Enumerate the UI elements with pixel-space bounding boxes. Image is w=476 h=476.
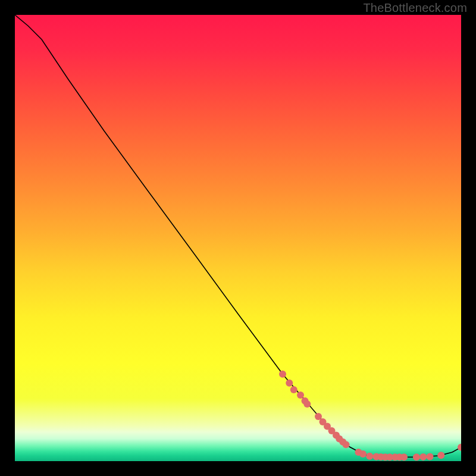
data-marker: [286, 380, 293, 387]
data-marker: [279, 371, 286, 378]
chart-background: [15, 15, 461, 461]
chart-svg: [15, 15, 461, 461]
data-marker: [419, 453, 427, 461]
data-marker: [413, 453, 420, 461]
data-marker: [303, 400, 311, 408]
chart-frame: TheBottleneck.com: [0, 0, 476, 476]
data-marker: [297, 392, 304, 399]
data-marker: [437, 452, 444, 459]
data-marker: [290, 386, 298, 393]
data-marker: [366, 453, 373, 460]
chart-plot: [15, 15, 461, 461]
watermark-text: TheBottleneck.com: [363, 1, 467, 15]
data-marker: [359, 450, 367, 458]
data-marker: [427, 453, 434, 461]
data-marker: [400, 453, 408, 461]
data-marker: [343, 441, 350, 448]
